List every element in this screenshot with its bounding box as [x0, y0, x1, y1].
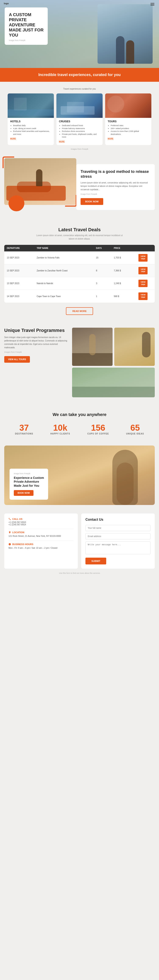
- stress-heading: Traveling is a good method to release st…: [80, 169, 151, 179]
- stress-body: Lorem ipsum dolor sit amet, consectetur …: [80, 181, 151, 191]
- hamburger-menu[interactable]: [150, 2, 155, 6]
- view-trip-btn-1[interactable]: VIEWTRIP: [139, 254, 148, 261]
- hotel-item-3: Exclusive hotel amenities and experience…: [13, 130, 51, 136]
- row1-departure: 13 SEP 2023: [4, 251, 34, 264]
- stress-content-box: Traveling is a good method to release st…: [76, 164, 155, 210]
- cruise-card-image: [57, 94, 102, 118]
- cards-row: HOTELS Breakfast daily 4 pts. dining at …: [4, 94, 155, 145]
- stats-row: 37 DESTINATIONS 10k HAPPY CLIENTS 156 CU…: [8, 423, 151, 435]
- hotel-more-link[interactable]: MORE: [10, 137, 16, 140]
- contact-email-field: [85, 533, 151, 539]
- row2-days: 8: [93, 264, 111, 277]
- experience-book-now-button[interactable]: BOOK NOW: [14, 490, 33, 496]
- cards-image-credit: Images from Freepik: [4, 148, 155, 150]
- orange-banner: Incredible travel experiences, curated f…: [0, 68, 159, 82]
- call-us-phone2: +1 (234) 567-8914: [8, 523, 74, 526]
- row4-days: 1: [93, 290, 111, 302]
- row2-price: 7,366 $: [111, 264, 131, 277]
- stats-section: We can take you anywhere 37 DESTINATIONS…: [0, 406, 159, 441]
- experience-credit: Image from Freepik: [14, 473, 44, 475]
- row4-price: 568 $: [111, 290, 131, 302]
- programmes-credit: Images from Freepik: [4, 351, 68, 353]
- location-block: LOCATION 121 Rock Street, 21 Avenue, New…: [8, 531, 74, 538]
- col-action: [131, 245, 155, 251]
- view-trip-btn-3[interactable]: VIEWTRIP: [139, 280, 148, 287]
- message-input[interactable]: [85, 541, 151, 554]
- cruise-item-4: Private port hosts, shipboard credits, a…: [62, 133, 100, 138]
- book-now-button[interactable]: BOOK NOW: [80, 198, 103, 205]
- table-row: 14 SEP 2023 Cape Town to Cape Town 1 568…: [4, 290, 155, 302]
- row3-price: 1,249 $: [111, 277, 131, 290]
- programmes-left: Unique Travel Programmes Sem integer vit…: [4, 328, 68, 363]
- experience-heading: Experience a Custom Private Adventure Ma…: [14, 476, 44, 488]
- row2-departure: 13 SEP 2023: [4, 264, 34, 277]
- location-icon: [8, 531, 11, 534]
- programme-img-3: [72, 368, 155, 397]
- stat-clients: 10k HAPPY CLIENTS: [50, 423, 70, 435]
- stat-label-ideas: UNIQUE IDEAS: [126, 433, 144, 435]
- hotel-card-image: [8, 94, 54, 118]
- programmes-section: Unique Travel Programmes Sem integer vit…: [0, 323, 159, 406]
- hotel-item-1: Breakfast daily: [13, 124, 51, 127]
- read-more-button[interactable]: READ MORE: [66, 307, 93, 315]
- cruise-item-3: Exclusive shore excursions: [62, 130, 100, 133]
- contact-message-field: [85, 541, 151, 555]
- footer-left: CALL US +1 (234) 567-8910 +1 (234) 567-8…: [4, 514, 78, 569]
- hotel-card-title: HOTELS: [10, 120, 51, 123]
- view-trip-btn-4[interactable]: VIEWTRIP: [139, 293, 148, 300]
- hours-days: Mon - Fri: 9 am – 6 pm / Sat: 10 am – 2 …: [8, 546, 74, 550]
- stat-destinations: 37 DESTINATIONS: [15, 423, 33, 435]
- tours-card-title: TOURS: [108, 120, 149, 123]
- experience-content-box: Image from Freepik Experience a Custom P…: [9, 469, 48, 500]
- contact-title: Contact Us: [85, 518, 151, 522]
- cards-intro: Travel experiences curated for you: [4, 88, 155, 90]
- table-row: 13 SEP 2023 Zambier to Zanzibar North Co…: [4, 264, 155, 277]
- clock-icon: [8, 543, 11, 546]
- cruise-item-1: Dedicated onboard hosts: [62, 124, 100, 127]
- stress-image-credit: Image from Freepik: [80, 193, 151, 195]
- orange-corner-br: [65, 195, 77, 207]
- col-departure: DEPARTURE: [4, 245, 34, 251]
- hotel-card: HOTELS Breakfast daily 4 pts. dining at …: [8, 94, 54, 145]
- stress-image-wrapper: [4, 158, 80, 205]
- view-all-tours-button[interactable]: VIEW ALL TOURS: [4, 356, 30, 363]
- stat-number-ideas: 65: [126, 423, 144, 433]
- cruise-item-2: Private balcony staterooms: [62, 127, 100, 130]
- hours-block: BUSINESS HOURS Mon - Fri: 9 am – 6 pm / …: [8, 543, 74, 550]
- row4-tripname: Cape Town to Cape Town: [34, 290, 93, 302]
- programme-img-1: [72, 328, 113, 366]
- stat-number-coffee: 156: [87, 423, 109, 433]
- row4-departure: 14 SEP 2023: [4, 290, 34, 302]
- col-tripname: TRIP NAME: [34, 245, 93, 251]
- hero-image-credit: Image from Freepik: [9, 39, 44, 41]
- hero-section: logo A CUSTOM PRIVATE ADVENTURE MADE JUS…: [0, 0, 159, 68]
- tours-item-1: Preferred rates: [111, 124, 149, 127]
- hero-people-img: [98, 4, 153, 64]
- tours-item-3: Access to more than 2,500 global destina…: [111, 130, 149, 136]
- row2-tripname: Zambier to Zanzibar North Coast: [34, 264, 93, 277]
- row1-tripname: Zambier to Victoria Falls: [34, 251, 93, 264]
- col-price: PRICE: [111, 245, 131, 251]
- location-address: 121 Rock Street, 21 Avenue, New York, NY…: [8, 535, 74, 538]
- email-input[interactable]: [85, 533, 151, 539]
- row3-days: 3: [93, 277, 111, 290]
- logo: logo: [4, 2, 9, 5]
- hotel-item-2: 4 pts. dining at resort credit: [13, 127, 51, 130]
- programmes-heading: Unique Travel Programmes: [4, 328, 68, 333]
- table-row: 13 SEP 2023 Nairobi to Nairobi 3 1,249 $…: [4, 277, 155, 290]
- stress-section: Traveling is a good method to release st…: [0, 154, 159, 221]
- tours-more-link[interactable]: MORE: [108, 137, 113, 140]
- deals-subtitle: Lorem ipsum dolor sit amet, consectetur …: [35, 234, 124, 240]
- location-title: LOCATION: [8, 531, 74, 534]
- table-row: 13 SEP 2023 Zambier to Victoria Falls 15…: [4, 251, 155, 264]
- call-us-block: CALL US +1 (234) 567-8910 +1 (234) 567-8…: [8, 518, 74, 526]
- cruise-more-link[interactable]: MORE: [59, 140, 65, 143]
- row3-departure: 13 SEP 2023: [4, 277, 34, 290]
- view-trip-btn-2[interactable]: VIEWTRIP: [139, 267, 148, 274]
- hours-title: BUSINESS HOURS: [8, 543, 74, 546]
- footer-bottom: Use this form to find out more about the…: [4, 569, 155, 576]
- name-input[interactable]: [85, 525, 151, 531]
- contact-name-field: [85, 525, 151, 531]
- cruise-card: CRUISES Dedicated onboard hosts Private …: [57, 94, 102, 145]
- submit-button[interactable]: SUBMIT: [85, 558, 106, 565]
